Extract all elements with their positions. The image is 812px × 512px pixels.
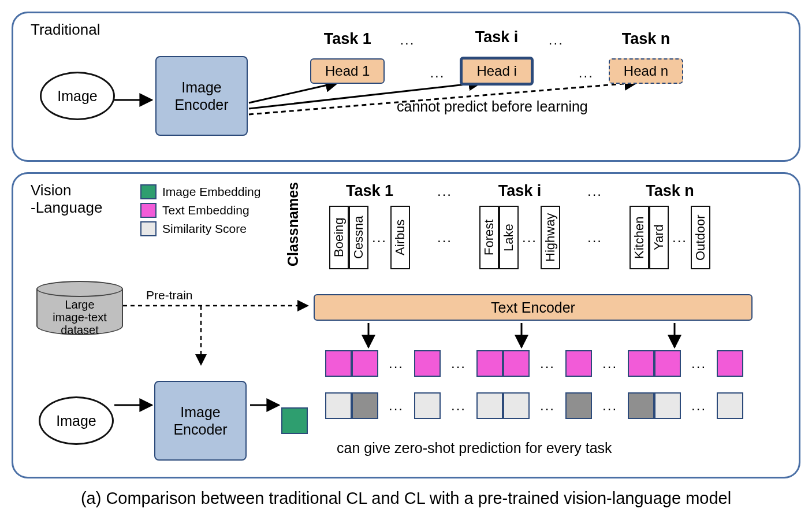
class-highway: Highway xyxy=(541,206,560,269)
head1: Head 1 xyxy=(310,58,385,84)
class-cessna: Cessna xyxy=(349,206,368,269)
task1-label: Task 1 xyxy=(324,30,371,48)
class-forest: Forest xyxy=(479,206,499,269)
dots: ... xyxy=(578,183,612,199)
image-node-traditional: Image xyxy=(40,72,115,120)
class-lake: Lake xyxy=(499,206,519,269)
legend-similarity-score: Similarity Score xyxy=(140,221,260,236)
class-yard: Yard xyxy=(649,206,669,269)
db-label: Large image-text dataset xyxy=(36,298,123,336)
legend-text-embedding: Text Embedding xyxy=(140,203,260,218)
dots: ... xyxy=(549,32,564,48)
taski-label: Task i xyxy=(475,28,519,46)
title-vl: Vision -Language xyxy=(31,182,102,217)
vl-taskn: Task n xyxy=(612,182,728,200)
text-encoder: Text Encoder xyxy=(314,294,753,321)
note-vl: can give zero-shot prediction for every … xyxy=(337,440,612,457)
headn: Head n xyxy=(609,58,683,84)
similarity-row: ... ... ... ... ... xyxy=(325,392,743,419)
swatch-pink xyxy=(140,203,157,218)
taskn-label: Task n xyxy=(622,30,671,48)
dots: ... xyxy=(522,229,537,246)
image-label-vl: Image xyxy=(56,413,96,429)
image-encoder-label: Image Encoder xyxy=(174,79,228,113)
class-airbus: Airbus xyxy=(390,206,410,269)
figure-caption: (a) Comparison between traditional CL an… xyxy=(12,489,800,508)
classnames-title: Classnames xyxy=(285,182,301,266)
db-block: Large image-text dataset xyxy=(36,281,123,335)
image-node-vl: Image xyxy=(39,396,114,445)
dots: ... xyxy=(578,229,612,246)
image-encode-row: Image Image Encoder xyxy=(39,381,308,461)
title-traditional: Traditional xyxy=(31,21,100,39)
image-encoder-vl: Image Encoder xyxy=(154,381,247,461)
pretrain-label: Pre-train xyxy=(146,288,193,302)
dots: ... xyxy=(430,65,445,81)
dots: ... xyxy=(427,229,462,246)
class-kitchen: Kitchen xyxy=(630,206,649,269)
image-embedding xyxy=(281,407,308,434)
headi: Head i xyxy=(460,57,533,86)
panel-traditional: Traditional Image Image Encoder Task 1 xyxy=(12,12,800,162)
vl-task1: Task 1 xyxy=(312,182,427,200)
dots: ... xyxy=(427,183,462,199)
image-encoder-traditional: Image Encoder xyxy=(155,56,248,136)
vl-taski: Task i xyxy=(462,182,578,200)
swatch-green xyxy=(140,184,157,199)
text-embeddings-row: ... ... ... ... ... xyxy=(325,350,743,377)
note-traditional: cannot predict before learning xyxy=(397,98,789,115)
dots: ... xyxy=(672,229,687,246)
dots: ... xyxy=(400,32,415,48)
legend: Image Embedding Text Embedding Similarit… xyxy=(140,184,260,236)
panel-vision-language: Vision -Language Image Embedding Text Em… xyxy=(12,172,800,478)
dots: ... xyxy=(372,229,387,246)
database-icon: Large image-text dataset xyxy=(36,281,123,335)
dots: ... xyxy=(579,65,594,81)
classnames-block: Classnames Task 1 ... Task i ... Task n … xyxy=(285,182,728,269)
class-outdoor: Outdoor xyxy=(691,206,710,269)
swatch-grey xyxy=(140,221,157,236)
legend-image-embedding: Image Embedding xyxy=(140,184,260,199)
class-boeing: Boeing xyxy=(329,206,349,269)
image-label: Image xyxy=(57,88,97,105)
